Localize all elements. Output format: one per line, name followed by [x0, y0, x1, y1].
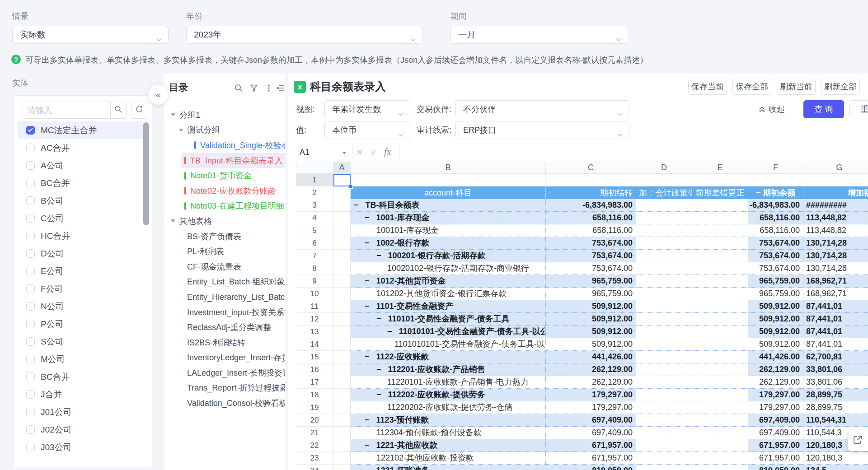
- account-name-cell[interactable]: −112201-应收账款-产品销售: [351, 363, 546, 376]
- entity-list-item[interactable]: N公司: [18, 298, 148, 315]
- entity-search-input[interactable]: [23, 102, 110, 119]
- value-cell[interactable]: [636, 452, 692, 465]
- value-cell[interactable]: [636, 250, 692, 262]
- sheet-cell-A[interactable]: [333, 439, 351, 452]
- search-icon[interactable]: [234, 84, 243, 93]
- account-name-cell[interactable]: −1231-坏账准备: [351, 465, 546, 470]
- account-name-cell[interactable]: 122102-其他应收款-投资款: [351, 452, 546, 465]
- value-cell[interactable]: [692, 414, 748, 427]
- row-number[interactable]: 23: [296, 452, 333, 465]
- value-cell[interactable]: 671,957.00: [546, 439, 636, 452]
- sheet-cell[interactable]: [636, 174, 692, 186]
- entity-checkbox[interactable]: [26, 196, 35, 205]
- sheet-cell-A[interactable]: [333, 313, 351, 326]
- value-cell[interactable]: 130,714,28: [803, 237, 868, 250]
- collapse-minus-icon[interactable]: −: [365, 439, 370, 451]
- account-name-cell[interactable]: −1012-其他货币资金: [351, 275, 546, 288]
- value-cell[interactable]: [636, 326, 692, 338]
- entity-checkbox[interactable]: [26, 443, 35, 451]
- entity-list-item[interactable]: AC合并: [18, 139, 148, 157]
- entity-list-item[interactable]: B公司: [18, 192, 148, 209]
- account-name-cell[interactable]: 101202-其他货币资金-银行汇票存款: [351, 288, 546, 300]
- tree-item[interactable]: Trans_Report-折算过程披露: [164, 381, 285, 396]
- reset-button[interactable]: 重 置: [849, 100, 868, 118]
- sheet-cell-A[interactable]: [333, 300, 351, 313]
- value-cell[interactable]: 110,544,31: [803, 414, 868, 427]
- account-name-cell[interactable]: −11010101-交易性金融资产-债务工具-以公允计量且...: [351, 326, 546, 338]
- account-name-cell[interactable]: −1221-其他应收款: [351, 439, 546, 452]
- entity-checkbox[interactable]: [26, 126, 35, 135]
- row-number[interactable]: 20: [296, 414, 333, 427]
- value-cell[interactable]: [636, 262, 692, 275]
- value-cell[interactable]: [692, 326, 748, 338]
- filter-select[interactable]: 2023年: [186, 26, 422, 44]
- sheet-cell[interactable]: [692, 174, 748, 186]
- sheet-cell[interactable]: [351, 174, 546, 186]
- entity-checkbox[interactable]: [26, 320, 35, 328]
- value-cell[interactable]: 965,759.00: [748, 288, 803, 300]
- value-cell[interactable]: [636, 199, 692, 212]
- caret-down-icon[interactable]: [171, 113, 175, 116]
- sheet-cell[interactable]: [803, 174, 868, 186]
- column-header-G[interactable]: G: [803, 162, 868, 174]
- row-number[interactable]: 14: [296, 338, 333, 351]
- form-field-select[interactable]: ERP接口: [455, 121, 629, 139]
- value-cell[interactable]: 130,714,28: [803, 262, 868, 275]
- entity-checkbox[interactable]: [26, 425, 35, 434]
- value-cell[interactable]: 509,912.00: [748, 313, 803, 326]
- value-cell[interactable]: 179,297.00: [748, 389, 803, 401]
- form-field-select[interactable]: 不分伙伴: [455, 100, 629, 118]
- entity-list-item[interactable]: D公司: [18, 245, 148, 262]
- column-header-E[interactable]: E: [692, 162, 748, 174]
- entity-list-item[interactable]: HC合并: [18, 227, 148, 245]
- confirm-entry-icon[interactable]: ✓: [370, 147, 377, 158]
- row-number[interactable]: 12: [296, 313, 333, 326]
- tree-item[interactable]: CF-现金流量表: [164, 259, 285, 275]
- row-number[interactable]: 10: [296, 288, 333, 300]
- collapse-minus-icon[interactable]: −: [365, 237, 370, 249]
- value-cell[interactable]: 658,116.00: [546, 224, 636, 237]
- entity-checkbox[interactable]: [26, 284, 35, 293]
- account-name-cell[interactable]: −1123-预付账款: [351, 414, 546, 427]
- collapse-minus-icon[interactable]: −: [365, 465, 370, 470]
- entity-refresh-button[interactable]: [131, 102, 147, 119]
- entity-list-item[interactable]: J03公司: [18, 438, 148, 456]
- entity-checkbox[interactable]: [26, 372, 35, 381]
- row-number[interactable]: 13: [296, 326, 333, 338]
- entity-scrollbar[interactable]: [143, 122, 149, 225]
- collapse-minus-icon[interactable]: −: [376, 363, 381, 376]
- sheet-cell-A[interactable]: [333, 414, 351, 427]
- entity-checkbox[interactable]: [26, 232, 35, 240]
- row-number[interactable]: 22: [296, 439, 333, 452]
- value-cell[interactable]: [692, 262, 748, 275]
- tree-item[interactable]: TB_Input-科目余额表录入: [181, 153, 285, 168]
- entity-list-item[interactable]: E公司: [18, 262, 148, 280]
- sheet-cell-A[interactable]: [333, 376, 351, 389]
- value-cell[interactable]: 658,116.00: [748, 224, 803, 237]
- value-cell[interactable]: [692, 389, 748, 401]
- value-cell[interactable]: 697,409.00: [748, 427, 803, 439]
- collapse-panel-button[interactable]: «: [148, 85, 168, 105]
- row-number[interactable]: 8: [296, 262, 333, 275]
- value-cell[interactable]: 819,059.00: [546, 465, 636, 470]
- fx-icon[interactable]: fx: [384, 146, 391, 158]
- tree-item[interactable]: 其他表格: [164, 214, 285, 229]
- value-cell[interactable]: 753,674.00: [748, 262, 803, 275]
- row-number[interactable]: 1: [296, 174, 333, 186]
- filter-select[interactable]: 实际数: [12, 26, 169, 44]
- selected-cell-outline[interactable]: [333, 174, 351, 186]
- value-cell[interactable]: 965,759.00: [546, 288, 636, 300]
- tree-item[interactable]: 测试分组: [164, 123, 285, 138]
- value-cell[interactable]: 441,426.00: [546, 351, 636, 363]
- more-kebab-icon[interactable]: [264, 84, 273, 93]
- value-cell[interactable]: 671,957.00: [546, 452, 636, 465]
- row-number[interactable]: 4: [296, 212, 333, 224]
- value-cell[interactable]: [636, 300, 692, 313]
- collapse-minus-icon[interactable]: −: [376, 313, 381, 325]
- entity-checkbox[interactable]: [26, 249, 35, 258]
- value-cell[interactable]: 179,297.00: [546, 389, 636, 401]
- table-header-cell[interactable]: 前期差错更正: [692, 186, 748, 199]
- toolbar-button[interactable]: 保存当前: [688, 79, 727, 95]
- value-cell[interactable]: [692, 212, 748, 224]
- sheet-cell-A[interactable]: [333, 250, 351, 262]
